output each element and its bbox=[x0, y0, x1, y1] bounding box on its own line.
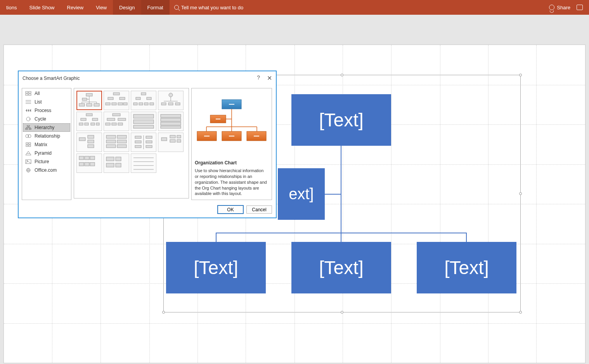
ribbon-tab-view[interactable]: View bbox=[90, 0, 113, 15]
ribbon-tab-format[interactable]: Format bbox=[141, 0, 170, 15]
category-hierarchy[interactable]: Hierarchy bbox=[23, 123, 70, 132]
pyramid-icon bbox=[25, 151, 31, 155]
cancel-button[interactable]: Cancel bbox=[246, 205, 272, 214]
svg-rect-45 bbox=[141, 93, 146, 95]
svg-rect-109 bbox=[116, 163, 121, 167]
svg-rect-78 bbox=[79, 138, 85, 141]
svg-rect-31 bbox=[94, 104, 99, 106]
svg-rect-18 bbox=[29, 143, 31, 144]
svg-rect-87 bbox=[117, 145, 126, 148]
svg-rect-58 bbox=[86, 114, 92, 116]
comment-icon[interactable] bbox=[577, 5, 583, 10]
layout-hierarchy-5[interactable] bbox=[76, 112, 102, 131]
layout-hierarchy-12[interactable] bbox=[158, 133, 184, 152]
svg-point-23 bbox=[27, 160, 28, 162]
globe-icon bbox=[25, 168, 31, 173]
org-box-top[interactable]: [Text] bbox=[291, 94, 391, 146]
svg-rect-91 bbox=[135, 141, 141, 143]
svg-rect-92 bbox=[146, 141, 152, 143]
org-box-assistant[interactable]: ext] bbox=[278, 168, 325, 220]
layout-grid bbox=[74, 88, 189, 198]
layout-hierarchy-2[interactable] bbox=[104, 91, 129, 110]
category-office-com[interactable]: Office.com bbox=[23, 166, 70, 174]
svg-rect-55 bbox=[161, 103, 166, 105]
share-button[interactable]: Share bbox=[557, 5, 570, 10]
layout-hierarchy-7[interactable] bbox=[131, 112, 156, 131]
dialog-title-text: Choose a SmartArt Graphic bbox=[23, 76, 80, 81]
layout-preview: Organization Chart Use to show hierarchi… bbox=[191, 88, 272, 200]
org-line-v-c1 bbox=[216, 233, 217, 242]
svg-rect-68 bbox=[106, 123, 110, 125]
layout-hierarchy-6[interactable] bbox=[104, 112, 129, 131]
layout-hierarchy-10[interactable] bbox=[104, 133, 129, 152]
svg-rect-59 bbox=[81, 118, 86, 121]
layout-hierarchy-4[interactable] bbox=[158, 91, 184, 110]
svg-rect-2 bbox=[26, 94, 28, 95]
svg-rect-64 bbox=[96, 123, 99, 125]
svg-rect-65 bbox=[113, 114, 120, 116]
ribbon-tab-transitions[interactable]: tions bbox=[0, 0, 23, 15]
category-all[interactable]: All bbox=[23, 89, 70, 98]
layout-hierarchy-9[interactable] bbox=[76, 133, 102, 152]
category-matrix[interactable]: Matrix bbox=[23, 140, 70, 149]
org-box-child2[interactable]: [Text] bbox=[291, 242, 391, 293]
svg-rect-90 bbox=[146, 136, 152, 138]
svg-rect-76 bbox=[161, 122, 181, 125]
ok-button[interactable]: OK bbox=[218, 205, 243, 214]
svg-rect-69 bbox=[112, 123, 116, 125]
layout-org-chart[interactable] bbox=[76, 91, 102, 110]
category-picture[interactable]: Picture bbox=[23, 157, 70, 166]
svg-rect-82 bbox=[106, 135, 116, 138]
org-box-child3[interactable]: [Text] bbox=[417, 242, 516, 293]
all-icon bbox=[25, 91, 31, 96]
svg-rect-3 bbox=[29, 94, 31, 95]
svg-rect-99 bbox=[177, 140, 181, 142]
svg-rect-107 bbox=[116, 157, 121, 161]
ribbon-tab-review[interactable]: Review bbox=[61, 0, 90, 15]
svg-rect-17 bbox=[26, 143, 28, 144]
list-icon bbox=[25, 100, 31, 104]
category-list-item[interactable]: List bbox=[23, 98, 70, 106]
dialog-help-button[interactable]: ? bbox=[257, 74, 260, 82]
layout-hierarchy-11[interactable] bbox=[131, 133, 156, 152]
svg-rect-27 bbox=[86, 93, 92, 96]
dialog-titlebar[interactable]: Choose a SmartArt Graphic ? ✕ bbox=[19, 71, 276, 85]
svg-rect-60 bbox=[92, 118, 98, 121]
org-line-v-c2 bbox=[341, 233, 341, 242]
org-box-child1[interactable]: [Text] bbox=[166, 242, 266, 293]
svg-rect-85 bbox=[117, 140, 126, 143]
svg-rect-71 bbox=[133, 114, 154, 118]
svg-rect-57 bbox=[175, 103, 180, 105]
svg-rect-75 bbox=[161, 118, 181, 121]
ribbon-tab-design[interactable]: Design bbox=[113, 0, 141, 15]
svg-point-52 bbox=[169, 93, 173, 97]
layout-hierarchy-8[interactable] bbox=[158, 112, 184, 131]
category-list: All List Process Cycle Hierarchy Relatio… bbox=[22, 88, 71, 200]
layout-hierarchy-14[interactable] bbox=[104, 154, 129, 173]
svg-rect-77 bbox=[161, 126, 181, 128]
svg-rect-100 bbox=[79, 156, 84, 160]
layout-hierarchy-3[interactable] bbox=[131, 91, 156, 110]
svg-point-16 bbox=[28, 135, 31, 138]
dialog-close-button[interactable]: ✕ bbox=[267, 74, 272, 82]
layout-hierarchy-15[interactable] bbox=[131, 154, 156, 173]
category-pyramid[interactable]: Pyramid bbox=[23, 149, 70, 157]
layout-hierarchy-13[interactable] bbox=[76, 154, 102, 173]
category-process[interactable]: Process bbox=[23, 106, 70, 115]
ribbon-tab-slideshow[interactable]: Slide Show bbox=[23, 0, 61, 15]
org-line-v1 bbox=[341, 146, 341, 233]
category-relationship[interactable]: Relationship bbox=[23, 132, 70, 140]
svg-rect-29 bbox=[79, 104, 85, 106]
svg-rect-41 bbox=[106, 103, 110, 105]
svg-rect-103 bbox=[79, 162, 84, 166]
svg-rect-28 bbox=[82, 98, 87, 100]
category-cycle[interactable]: Cycle bbox=[23, 115, 70, 123]
svg-rect-95 bbox=[161, 138, 167, 141]
tell-me-search[interactable]: Tell me what you want to do bbox=[174, 5, 243, 10]
tell-me-label: Tell me what you want to do bbox=[181, 5, 243, 10]
org-line-v-c3 bbox=[466, 233, 467, 242]
preview-description: Use to show hierarchical information or … bbox=[195, 168, 269, 197]
process-icon bbox=[25, 108, 31, 113]
svg-rect-108 bbox=[106, 163, 114, 167]
svg-rect-101 bbox=[85, 156, 89, 160]
